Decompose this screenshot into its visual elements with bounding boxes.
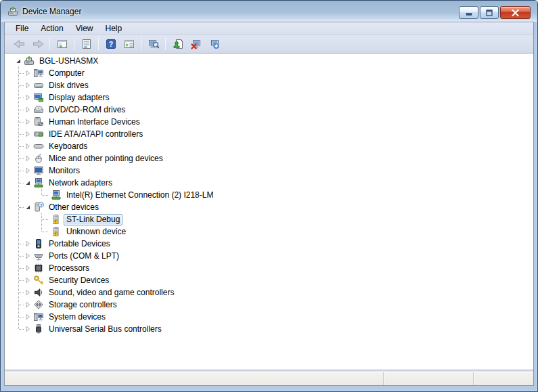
titlebar[interactable]: Device Manager [1,1,537,22]
tree-connector-line [19,158,24,159]
device-tree: BGL-USHASMXComputerDisk drivesDisplay ad… [5,53,533,335]
help-button[interactable]: ? [102,37,119,52]
expander-collapsed-icon[interactable] [24,118,32,126]
tree-connector-line [19,122,24,123]
expander-collapsed-icon[interactable] [24,325,32,333]
tree-connector-line [19,244,24,244]
properties-button[interactable] [78,37,95,52]
device-manager-window: Device Manager File Action View Help ? B… [0,0,538,392]
tree-connector-line [19,97,24,98]
tree-connector-line [19,134,24,135]
tree-item-human-interface-devices[interactable]: Human Interface Devices [5,116,533,128]
tree-item-label: Disk drives [46,80,91,91]
tree-item-keyboards[interactable]: Keyboards [5,140,533,152]
expander-expanded-icon[interactable] [24,203,32,211]
show-action-pane-button[interactable] [120,37,137,52]
maximize-icon [486,9,493,16]
tree-item-label: Storage controllers [46,299,120,311]
tree-item-label: Universal Serial Bus controllers [46,324,164,335]
toolbar-separator [98,38,99,50]
expander-collapsed-icon[interactable] [24,81,32,89]
tree-connector-line [18,66,19,329]
toolbar-separator [165,38,166,50]
toolbar-separator [74,38,74,50]
tree-item-mice-and-other-pointing-devices[interactable]: Mice and other pointing devices [5,152,533,165]
computer-icon [33,68,44,79]
back-button[interactable] [11,37,28,52]
tree-item-processors[interactable]: Processors [5,262,533,274]
scan-hardware-changes-button[interactable] [145,37,162,52]
tree-item-system-devices[interactable]: System devices [5,311,533,323]
minimize-icon [466,9,472,16]
tree-item-sound-video-and-game-controllers[interactable]: Sound, video and game controllers [5,286,533,299]
update-driver-button[interactable] [169,37,186,52]
statusbar [5,372,533,385]
tree-item-monitors[interactable]: Monitors [5,165,533,177]
menu-help[interactable]: Help [99,22,129,35]
tree-item-universal-serial-bus-controllers[interactable]: Universal Serial Bus controllers [5,323,533,335]
minimize-button[interactable] [459,6,478,19]
expander-collapsed-icon[interactable] [24,167,32,175]
expander-expanded-icon[interactable] [24,179,32,187]
expander-collapsed-icon[interactable] [24,301,32,309]
uninstall-device-button[interactable] [187,37,204,52]
maximize-button[interactable] [480,6,499,19]
expander-expanded-icon[interactable] [14,57,22,65]
tree-item-network-adapters[interactable]: Network adapters [5,177,533,189]
expander-collapsed-icon[interactable] [24,69,32,77]
tree-connector-line [19,317,24,318]
tree-item-display-adapters[interactable]: Display adapters [5,91,533,104]
expander-collapsed-icon[interactable] [24,276,32,284]
arrow-left-icon [13,39,26,49]
tree-connector-line [19,329,24,330]
tree-item-label: Keyboards [46,141,90,152]
expander-collapsed-icon[interactable] [24,106,32,114]
expander-collapsed-icon[interactable] [24,142,32,150]
forward-button[interactable] [29,37,46,52]
tree-item-other-devices[interactable]: ?Other devices [5,201,533,213]
tree-connector-line [41,213,42,232]
tree-connector-line [19,207,24,208]
expander-collapsed-icon[interactable] [24,240,32,248]
console-tree-icon [57,39,68,49]
tree-item-label: Computer [46,68,87,79]
scan-computer-icon [148,39,159,49]
tree-item-ports-com-lpt[interactable]: Ports (COM & LPT) [5,250,533,262]
tree-item-computer[interactable]: Computer [5,67,533,79]
keyboard-icon [33,141,44,152]
tree-item-label: System devices [46,311,108,323]
disable-device-button[interactable] [206,37,223,52]
tree-item-label: Human Interface Devices [46,116,143,128]
tree-item-dvd-cd-rom-drives[interactable]: DVD/CD-ROM drives [5,104,533,116]
expander-collapsed-icon[interactable] [24,154,32,162]
expander-collapsed-icon[interactable] [24,313,32,321]
tree-item-storage-controllers[interactable]: Storage controllers [5,299,533,311]
tree-item-label: BGL-USHASMX [37,56,101,67]
expander-collapsed-icon[interactable] [24,288,32,297]
tree-item-bgl-ushasmx[interactable]: BGL-USHASMX [5,55,533,67]
tree-item-label: Intel(R) Ethernet Connection (2) I218-LM [64,190,216,201]
menu-file[interactable]: File [9,22,35,35]
ide-controller-icon [33,129,44,139]
show-console-tree-button[interactable] [53,37,70,52]
close-button[interactable] [500,6,531,19]
menu-view[interactable]: View [70,22,99,35]
expander-collapsed-icon[interactable] [24,130,32,138]
tree-item-ide-ata-atapi-controllers[interactable]: IDE ATA/ATAPI controllers [5,128,533,140]
svg-text:?: ? [40,203,43,207]
tree-item-disk-drives[interactable]: Disk drives [5,79,533,91]
tree-item-intel-r-ethernet-connection-2-i218-lm[interactable]: Intel(R) Ethernet Connection (2) I218-LM [5,189,533,201]
tree-item-st-link-debug[interactable]: ST-Link Debug [5,213,533,225]
tree-connector-line [19,292,24,293]
expander-collapsed-icon[interactable] [24,252,32,260]
tree-item-portable-devices[interactable]: Portable Devices [5,238,533,250]
monitor-icon [33,165,44,176]
tree-item-label: Display adapters [46,92,112,104]
expander-collapsed-icon[interactable] [24,93,32,102]
tree-item-security-devices[interactable]: Security Devices [5,274,533,286]
help-icon: ? [106,39,116,49]
menu-action[interactable]: Action [35,22,69,35]
tree-item-unknown-device[interactable]: Unknown device [5,225,533,238]
expander-collapsed-icon[interactable] [24,264,32,272]
warning-device-icon [51,226,62,237]
